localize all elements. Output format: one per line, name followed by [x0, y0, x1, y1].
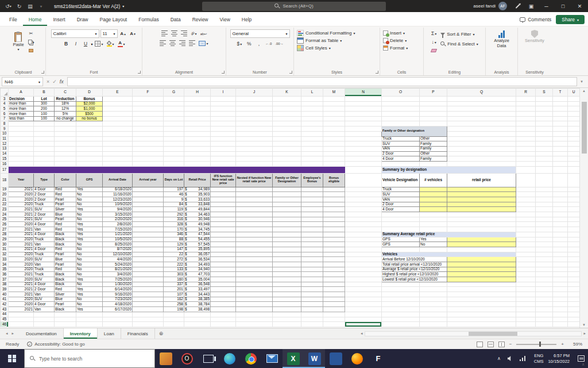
orientation-button[interactable]: ab▾ [189, 29, 198, 37]
cell-B28[interactable]: 4 Door [34, 232, 55, 237]
cell-D31[interactable]: No [76, 247, 103, 252]
cell-E37[interactable]: 7/25/2020 [103, 277, 133, 282]
cell-I19[interactable] [211, 187, 236, 192]
cell-T44[interactable] [553, 312, 568, 317]
cell-J36[interactable] [236, 272, 273, 277]
sheet-tab-loan[interactable]: Loan [98, 328, 121, 339]
cell-B34[interactable]: Van [34, 262, 55, 267]
insert-function-icon[interactable]: fx [60, 79, 64, 85]
cell-E33[interactable]: 4/4/2020 [103, 257, 133, 262]
delete-cells-button[interactable]: Delete▾ [382, 37, 408, 44]
cell-S16[interactable] [536, 161, 553, 166]
cell-O19[interactable]: Truck [382, 187, 420, 192]
cell-P15[interactable]: Family [420, 156, 447, 162]
cell-F36[interactable] [133, 272, 164, 277]
row-header-42[interactable]: 42 [1, 302, 9, 307]
cell-D8[interactable] [76, 121, 103, 126]
cell-G19[interactable]: 197 [164, 187, 184, 192]
cell-M35[interactable] [323, 267, 345, 272]
cell-S40[interactable] [536, 292, 553, 297]
cell-H41[interactable]: $38,385 [184, 297, 211, 302]
cell-G3[interactable] [164, 97, 184, 102]
cell-E6[interactable] [103, 112, 133, 117]
cell-J45[interactable] [236, 317, 273, 322]
cell-K16[interactable] [273, 161, 301, 166]
zoom-slider-thumb[interactable] [539, 342, 541, 347]
cell-R42[interactable] [516, 302, 536, 307]
network-icon[interactable] [516, 349, 529, 368]
cell-G16[interactable] [164, 161, 184, 166]
cell-T27[interactable] [553, 227, 568, 232]
cell-G32[interactable]: 22 [164, 252, 184, 257]
cell-P3[interactable] [420, 97, 447, 102]
cell-S17[interactable] [536, 166, 553, 173]
cell-F35[interactable] [133, 267, 164, 272]
edge-icon[interactable] [219, 349, 240, 368]
cell-F28[interactable] [133, 232, 164, 237]
cell-S45[interactable] [536, 317, 553, 322]
cell-B26[interactable]: 4 Door [34, 222, 55, 227]
cell-R20[interactable] [516, 192, 536, 197]
cell-N45[interactable] [345, 317, 382, 322]
col-header-Q[interactable]: Q [447, 89, 516, 97]
cell-P38[interactable] [420, 282, 447, 287]
row-header-35[interactable]: 35 [1, 267, 9, 272]
cell-Q4[interactable] [447, 101, 516, 106]
cell-H12[interactable] [184, 141, 211, 147]
row-header-41[interactable]: 41 [1, 297, 9, 302]
cell-Q5[interactable] [447, 106, 516, 112]
cell-O27[interactable] [382, 227, 420, 232]
redo-button[interactable]: ↻ [14, 2, 24, 11]
cell-A29[interactable]: 2020 [9, 237, 34, 242]
cell-M12[interactable] [323, 141, 345, 147]
cell-M37[interactable] [323, 277, 345, 282]
horizontal-scrollbar[interactable] [365, 331, 582, 336]
cell-I4[interactable] [211, 101, 236, 106]
row-header-17[interactable]: 17 [1, 166, 9, 173]
cell-G42[interactable]: 258 [164, 302, 184, 307]
cell-M7[interactable] [323, 116, 345, 121]
cell-N6[interactable] [345, 112, 382, 117]
cell-U25[interactable] [568, 217, 580, 222]
cell-D44[interactable] [76, 312, 103, 317]
cell-T33[interactable] [553, 257, 568, 262]
cell-O6[interactable] [382, 112, 420, 117]
col-header-O[interactable]: O [382, 89, 420, 97]
cell-H26[interactable]: $49,948 [184, 222, 211, 227]
cell-R6[interactable] [516, 112, 536, 117]
next-sheet-icon[interactable]: ▸ [12, 331, 14, 336]
cell-C24[interactable]: Blue [55, 212, 76, 217]
cell-J15[interactable] [236, 156, 273, 162]
cell-R32[interactable] [516, 252, 536, 257]
cell-M4[interactable] [323, 101, 345, 106]
cell-K36[interactable] [273, 272, 301, 277]
cell-L25[interactable] [301, 217, 323, 222]
cell-D28[interactable]: Yes [76, 232, 103, 237]
cell-Q21[interactable] [447, 197, 516, 202]
cell-L27[interactable] [301, 227, 323, 232]
cell-U46[interactable] [568, 322, 580, 327]
cell-Q6[interactable] [447, 112, 516, 117]
cell-P24[interactable] [420, 212, 447, 217]
cell-N46[interactable] [345, 322, 382, 327]
cell-F20[interactable] [133, 192, 164, 197]
confirm-entry-icon[interactable]: ✓ [52, 79, 57, 85]
cell-M26[interactable] [323, 222, 345, 227]
cell-styles-button[interactable]: Cell Styles▾ [296, 44, 332, 52]
cell-P40[interactable] [420, 292, 447, 297]
cell-P4[interactable] [420, 101, 447, 106]
cell-O20[interactable]: SUV [382, 192, 420, 197]
increase-decimal-button[interactable]: ←.0 [264, 40, 273, 48]
cell-O3[interactable] [382, 97, 420, 102]
cell-C12[interactable] [55, 141, 76, 147]
cell-U18[interactable] [568, 173, 580, 187]
cell-T20[interactable] [553, 192, 568, 197]
cell-F33[interactable] [133, 257, 164, 262]
cell-J32[interactable] [236, 252, 273, 257]
cell-T32[interactable] [553, 252, 568, 257]
cell-N28[interactable] [345, 232, 382, 237]
cell-J34[interactable] [236, 262, 273, 267]
cell-I37[interactable] [211, 277, 236, 282]
cell-D23[interactable]: Yes [76, 207, 103, 212]
comments-button[interactable]: Comments [520, 17, 551, 22]
